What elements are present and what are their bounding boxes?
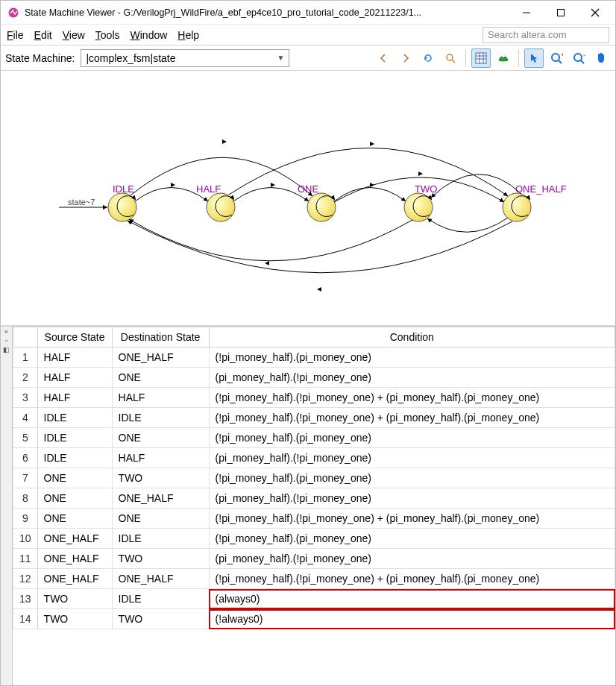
svg-point-15 bbox=[574, 54, 582, 61]
table-row[interactable]: 12ONE_HALFONE_HALF(!pi_money_half).(!pi_… bbox=[13, 569, 615, 589]
row-number: 11 bbox=[13, 549, 38, 569]
cell-source: ONE_HALF bbox=[37, 549, 112, 569]
row-number: 3 bbox=[13, 388, 38, 408]
menu-view[interactable]: View bbox=[63, 29, 85, 41]
table-row[interactable]: 1HALFONE_HALF(!pi_money_half).(pi_money_… bbox=[13, 347, 615, 368]
cell-source: IDLE bbox=[37, 448, 112, 468]
close-button[interactable] bbox=[578, 1, 612, 25]
svg-line-16 bbox=[581, 60, 584, 63]
table-row[interactable]: 14TWOTWO(!always0) bbox=[13, 609, 615, 629]
maximize-button[interactable] bbox=[544, 1, 578, 25]
cell-dest: TWO bbox=[112, 549, 209, 569]
nav-back-button[interactable] bbox=[374, 48, 393, 68]
table-row[interactable]: 2HALFONE(pi_money_half).(!pi_money_one) bbox=[13, 368, 615, 388]
svg-rect-2 bbox=[558, 9, 565, 16]
state-two[interactable]: TWO bbox=[404, 183, 437, 221]
cell-condition: (!pi_money_half).(!pi_money_one) + (pi_m… bbox=[209, 388, 615, 408]
pin-icon[interactable]: ▫ bbox=[5, 337, 7, 344]
svg-rect-7 bbox=[476, 53, 486, 63]
col-cond[interactable]: Condition bbox=[209, 327, 615, 347]
table-row[interactable]: 13TWOIDLE(always0) bbox=[13, 589, 615, 609]
cell-source: IDLE bbox=[37, 408, 112, 428]
cell-source: ONE_HALF bbox=[37, 569, 112, 589]
cell-condition: (!pi_money_half).(pi_money_one) bbox=[209, 428, 615, 448]
state-half[interactable]: HALF bbox=[196, 183, 235, 221]
cell-condition: (!always0) bbox=[209, 609, 615, 629]
svg-line-6 bbox=[452, 60, 455, 63]
zoom-out-button[interactable]: − bbox=[569, 48, 588, 68]
cell-dest: IDLE bbox=[112, 408, 209, 428]
row-number: 1 bbox=[13, 347, 38, 368]
menu-help[interactable]: Help bbox=[177, 29, 199, 41]
table-row[interactable]: 6IDLEHALF(pi_money_half).(!pi_money_one) bbox=[13, 448, 615, 468]
cell-condition: (pi_money_half).(!pi_money_one) bbox=[209, 448, 615, 468]
table-row[interactable]: 4IDLEIDLE(!pi_money_half).(!pi_money_one… bbox=[13, 408, 615, 428]
cell-condition: (!pi_money_half).(pi_money_one) bbox=[209, 529, 615, 549]
row-number: 7 bbox=[13, 468, 38, 488]
svg-point-12 bbox=[552, 54, 559, 61]
state-diagram[interactable]: state~7 IDLE HALF ONE TWO ONE_HALF bbox=[1, 71, 615, 326]
panel-handle[interactable]: × ▫ ◧ bbox=[1, 327, 13, 685]
row-number: 13 bbox=[13, 589, 38, 609]
table-view-button[interactable] bbox=[471, 48, 491, 68]
search-placeholder: Search altera.com bbox=[488, 29, 567, 40]
row-number: 5 bbox=[13, 428, 38, 448]
cell-condition: (pi_money_half).(!pi_money_one) bbox=[209, 488, 615, 509]
cell-condition: (pi_money_half).(!pi_money_one) bbox=[209, 549, 615, 569]
cell-dest: ONE_HALF bbox=[112, 488, 209, 509]
menu-tools[interactable]: Tools bbox=[95, 29, 120, 41]
table-row[interactable]: 10ONE_HALFIDLE(!pi_money_half).(pi_money… bbox=[13, 529, 615, 549]
menu-window[interactable]: Window bbox=[131, 29, 168, 41]
transitions-panel: × ▫ ◧ Source State Destination State Con… bbox=[1, 326, 615, 685]
cell-dest: IDLE bbox=[112, 589, 209, 609]
cell-dest: IDLE bbox=[112, 529, 209, 549]
cell-dest: ONE_HALF bbox=[112, 569, 209, 589]
svg-text:TWO: TWO bbox=[415, 183, 437, 195]
dock-icon[interactable]: ◧ bbox=[3, 346, 10, 353]
cell-source: HALF bbox=[37, 368, 112, 388]
toolbar: State Machine: |complex_fsm|state ▼ + − bbox=[1, 45, 615, 71]
table-row[interactable]: 5IDLEONE(!pi_money_half).(pi_money_one) bbox=[13, 428, 615, 448]
svg-line-13 bbox=[559, 60, 562, 63]
table-row[interactable]: 3HALFHALF(!pi_money_half).(!pi_money_one… bbox=[13, 388, 615, 408]
row-number: 4 bbox=[13, 408, 38, 428]
cell-dest: HALF bbox=[112, 388, 209, 408]
minimize-button[interactable] bbox=[509, 1, 544, 25]
pan-tool-button[interactable] bbox=[591, 48, 611, 68]
col-dest[interactable]: Destination State bbox=[112, 327, 209, 347]
row-number: 14 bbox=[13, 609, 38, 629]
state-machine-label: State Machine: bbox=[5, 52, 75, 64]
search-input[interactable]: Search altera.com bbox=[483, 27, 609, 43]
cell-source: ONE bbox=[37, 509, 112, 529]
table-row[interactable]: 8ONEONE_HALF(pi_money_half).(!pi_money_o… bbox=[13, 488, 615, 509]
cell-source: TWO bbox=[37, 589, 112, 609]
table-row[interactable]: 11ONE_HALFTWO(pi_money_half).(!pi_money_… bbox=[13, 549, 615, 569]
svg-text:−: − bbox=[583, 51, 585, 59]
close-panel-icon[interactable]: × bbox=[4, 328, 8, 336]
zoom-in-button[interactable]: + bbox=[547, 48, 566, 68]
cell-source: TWO bbox=[37, 609, 112, 629]
cell-dest: TWO bbox=[112, 609, 209, 629]
menu-edit[interactable]: Edit bbox=[34, 29, 52, 41]
cell-condition: (!pi_money_half).(!pi_money_one) + (pi_m… bbox=[209, 569, 615, 589]
bird-view-button[interactable] bbox=[494, 48, 513, 68]
title-bar: State Machine Viewer - G:/VerilogPrj_Wil… bbox=[1, 1, 615, 25]
state-machine-combo[interactable]: |complex_fsm|state ▼ bbox=[81, 49, 289, 67]
col-rownum bbox=[13, 327, 38, 347]
table-row[interactable]: 7ONETWO(!pi_money_half).(pi_money_one) bbox=[13, 468, 615, 488]
find-button[interactable] bbox=[441, 48, 460, 68]
transitions-table: Source State Destination State Condition… bbox=[13, 327, 615, 629]
cell-condition: (!pi_money_half).(pi_money_one) bbox=[209, 347, 615, 368]
svg-point-0 bbox=[8, 7, 19, 18]
svg-text:HALF: HALF bbox=[196, 183, 221, 195]
cell-source: IDLE bbox=[37, 428, 112, 448]
col-source[interactable]: Source State bbox=[37, 327, 112, 347]
svg-point-5 bbox=[447, 54, 453, 60]
refresh-button[interactable] bbox=[418, 48, 438, 68]
table-row[interactable]: 9ONEONE(!pi_money_half).(!pi_money_one) … bbox=[13, 509, 615, 529]
pointer-tool-button[interactable] bbox=[524, 48, 544, 68]
row-number: 6 bbox=[13, 448, 38, 468]
menu-file[interactable]: File bbox=[7, 29, 24, 41]
cell-source: ONE bbox=[37, 488, 112, 509]
nav-fwd-button[interactable] bbox=[396, 48, 415, 68]
